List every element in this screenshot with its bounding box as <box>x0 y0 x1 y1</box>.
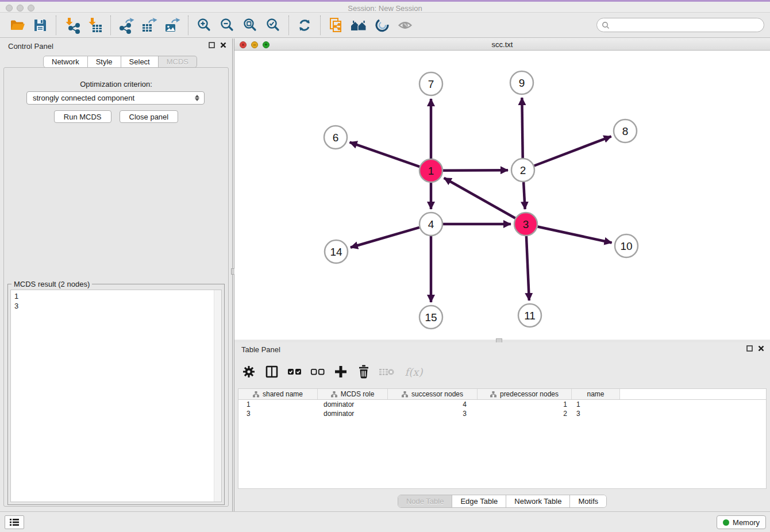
graph-node-9[interactable]: 9 <box>510 71 533 94</box>
node-table[interactable]: shared nameMCDS rolesuccessor nodesprede… <box>238 388 767 489</box>
mcds-result-line: 1 <box>14 291 218 301</box>
column-header-name[interactable]: name <box>572 389 620 399</box>
mcds-result-text[interactable]: 13 <box>10 290 222 502</box>
export-table-icon[interactable] <box>138 14 161 36</box>
graph-edge-4-14[interactable] <box>351 228 419 248</box>
save-session-icon[interactable] <box>29 14 52 36</box>
table-cell[interactable]: dominator <box>318 409 388 418</box>
graph-node-15[interactable]: 15 <box>419 306 442 329</box>
table-row[interactable]: 3dominator323 <box>238 409 766 418</box>
column-header-predecessor-nodes[interactable]: predecessor nodes <box>478 389 572 399</box>
close-table-panel-icon[interactable] <box>758 345 764 352</box>
criterion-value: strongly connected component <box>33 92 134 104</box>
network-canvas[interactable]: 7968124314101511 <box>234 51 770 340</box>
column-header-MCDS-role[interactable]: MCDS role <box>318 389 388 399</box>
graph-edge-1-6[interactable] <box>350 142 420 167</box>
graph-node-4[interactable]: 4 <box>419 213 442 236</box>
hide-selected-icon[interactable] <box>394 14 417 36</box>
graph-edge-2-8[interactable] <box>534 136 611 165</box>
status-bar: Memory <box>0 511 770 532</box>
run-mcds-button[interactable]: Run MCDS <box>54 110 111 123</box>
table-cell[interactable]: 4 <box>388 400 478 409</box>
column-attribute-icon <box>331 391 337 398</box>
graph-node-8[interactable]: 8 <box>614 119 637 142</box>
close-panel-icon[interactable] <box>220 42 226 48</box>
graph-edge-3-1[interactable] <box>444 178 515 218</box>
table-cell[interactable]: 1 <box>238 400 318 409</box>
export-network-icon[interactable] <box>115 14 138 36</box>
graph-edge-2-9[interactable] <box>522 98 522 158</box>
graph-edge-3-10[interactable] <box>538 226 612 242</box>
table-cell[interactable]: 1 <box>478 400 572 409</box>
column-attribute-icon <box>402 391 408 398</box>
table-cell[interactable]: 1 <box>572 400 620 409</box>
graph-node-6[interactable]: 6 <box>324 126 347 149</box>
show-panels-button[interactable] <box>5 515 24 529</box>
table-tab-edge-table[interactable]: Edge Table <box>452 495 506 507</box>
split-view-icon[interactable] <box>263 363 280 381</box>
add-row-icon[interactable] <box>332 363 349 381</box>
graph-node-10[interactable]: 10 <box>615 234 638 257</box>
control-tab-mcds[interactable]: MCDS <box>159 56 197 68</box>
network-snapshot-icon[interactable] <box>325 14 348 36</box>
graph-node-7[interactable]: 7 <box>419 72 442 95</box>
svg-text:6: 6 <box>333 132 339 144</box>
table-cell[interactable]: dominator <box>318 400 388 409</box>
control-panel-tabs: NetworkStyleSelectMCDS <box>43 56 197 68</box>
delete-row-icon[interactable] <box>355 363 372 381</box>
search-box[interactable] <box>596 18 764 32</box>
table-row[interactable]: 1dominator411 <box>238 400 766 409</box>
app-titlebar: Session: New Session <box>0 0 770 13</box>
table-tab-node-table[interactable]: Node Table <box>398 495 453 507</box>
graph-node-2[interactable]: 2 <box>511 159 534 182</box>
graph-edge-3-11[interactable] <box>526 236 529 300</box>
unselect-all-icon[interactable] <box>309 363 326 381</box>
result-scrollbar[interactable] <box>214 290 221 502</box>
graph-edge-2-3[interactable] <box>523 182 525 209</box>
zoom-in-icon[interactable] <box>192 14 215 36</box>
column-header-successor-nodes[interactable]: successor nodes <box>388 389 478 399</box>
graph-node-11[interactable]: 11 <box>518 304 541 327</box>
table-cell[interactable]: 2 <box>478 409 572 418</box>
float-table-panel-icon[interactable] <box>746 345 753 352</box>
refresh-icon[interactable] <box>293 14 316 36</box>
graph-node-14[interactable]: 14 <box>325 240 348 263</box>
table-tab-network-table[interactable]: Network Table <box>506 495 570 507</box>
select-stepper-icon <box>195 95 199 101</box>
import-table-icon[interactable] <box>83 14 106 36</box>
float-panel-icon[interactable] <box>209 42 215 48</box>
graph-node-3[interactable]: 3 <box>514 213 537 236</box>
graph-node-1[interactable]: 1 <box>419 159 442 182</box>
home-icon[interactable] <box>348 14 371 36</box>
export-image-icon[interactable] <box>161 14 184 36</box>
table-cell[interactable]: 3 <box>388 409 478 418</box>
column-header-shared-name[interactable]: shared name <box>238 389 318 399</box>
svg-text:3: 3 <box>523 218 529 230</box>
svg-text:1: 1 <box>428 165 434 177</box>
zoom-out-icon[interactable] <box>215 14 238 36</box>
control-tab-style[interactable]: Style <box>88 56 121 68</box>
memory-button[interactable]: Memory <box>717 515 766 529</box>
import-network-icon[interactable] <box>60 14 83 36</box>
criterion-select[interactable]: strongly connected component <box>26 91 205 105</box>
zoom-selected-icon[interactable] <box>261 14 284 36</box>
search-input[interactable] <box>613 21 759 29</box>
table-tab-motifs[interactable]: Motifs <box>570 495 606 507</box>
zoom-fit-icon[interactable] <box>238 14 261 36</box>
svg-text:9: 9 <box>519 77 525 89</box>
select-all-icon[interactable] <box>286 363 303 381</box>
control-tab-select[interactable]: Select <box>121 56 159 68</box>
table-cell[interactable]: 3 <box>572 409 620 418</box>
toolbar-separator <box>288 16 289 35</box>
svg-text:10: 10 <box>620 240 632 252</box>
apply-style-icon[interactable] <box>371 14 394 36</box>
table-settings-icon[interactable] <box>240 363 257 381</box>
control-tab-network[interactable]: Network <box>43 56 88 68</box>
function-builder-icon: f(x) <box>401 363 426 381</box>
table-cell[interactable]: 3 <box>238 409 318 418</box>
open-session-icon[interactable] <box>6 14 29 36</box>
graph-edge-1-2[interactable] <box>443 170 508 171</box>
control-panel-title: Control Panel <box>8 42 53 51</box>
close-panel-button[interactable]: Close panel <box>120 110 179 123</box>
table-panel-title: Table Panel <box>241 345 280 354</box>
